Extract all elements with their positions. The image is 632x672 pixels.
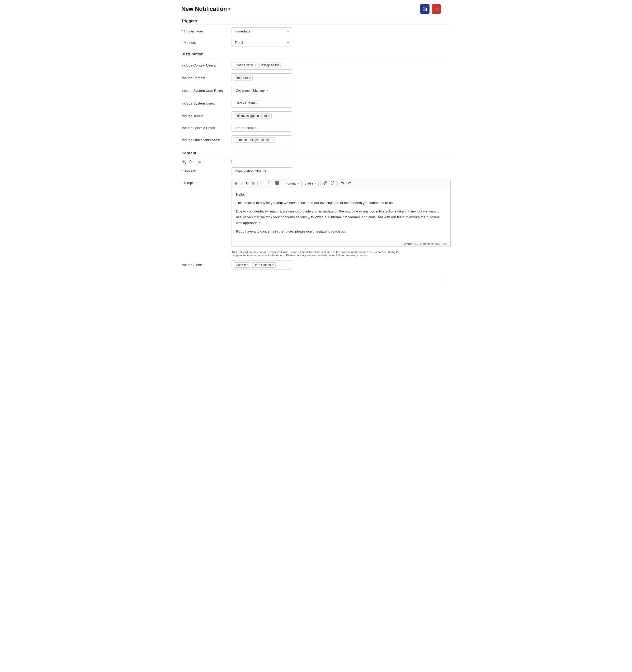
- editor-line-2: This email is to advise you that we have…: [236, 200, 446, 206]
- underline-button[interactable]: U: [245, 181, 250, 186]
- system-roles-input[interactable]: Department Manager ×: [232, 86, 292, 95]
- trigger-type-select[interactable]: Immediate Scheduled Event-based: [232, 27, 292, 35]
- tag-derek-greene: Derek Greene ×: [234, 100, 260, 106]
- context-email-input[interactable]: [232, 124, 292, 132]
- include-fields-row: Include Fields: Case # × Date Closed ×: [181, 261, 451, 269]
- svg-point-4: [261, 183, 261, 183]
- include-fields-input[interactable]: Case # × Date Closed ×: [232, 261, 292, 269]
- remove-derek-greene-button[interactable]: ×: [257, 102, 258, 105]
- svg-rect-8: [269, 184, 272, 184]
- method-select[interactable]: Email SMS Push Notification: [232, 39, 292, 46]
- svg-rect-2: [262, 184, 264, 184]
- context-users-row: Include Context Users: Case Owner × Assi…: [181, 61, 451, 70]
- teams-row: Include Teams: HR Investigation team ×: [181, 112, 451, 120]
- close-button[interactable]: ✕: [431, 4, 441, 14]
- toolbar-separator-1: [257, 181, 258, 186]
- parties-label: Include Parties:: [181, 76, 232, 80]
- ordered-list-button[interactable]: 1. 2. 3.: [267, 181, 273, 186]
- header-left: New Notification ▾: [181, 5, 231, 13]
- link-button[interactable]: [322, 181, 328, 186]
- content-section: Content High Priority: * Subject: * Temp…: [181, 151, 451, 269]
- chevron-down-icon[interactable]: ▾: [228, 7, 231, 11]
- page-title: New Notification: [181, 5, 227, 13]
- toolbar-separator-2: [282, 181, 282, 186]
- triggers-heading: Triggers: [181, 19, 451, 25]
- trigger-type-row: * Trigger Type: Immediate Scheduled Even…: [181, 27, 451, 35]
- remove-assigned-by-button[interactable]: ×: [280, 64, 281, 67]
- tag-label: Case Owner: [236, 63, 253, 67]
- table-button[interactable]: [274, 181, 280, 186]
- bold-button[interactable]: B: [234, 181, 239, 186]
- italic-button[interactable]: I: [240, 181, 244, 186]
- undo-button[interactable]: [339, 181, 346, 186]
- remove-dept-manager-button[interactable]: ×: [267, 89, 268, 92]
- notice-row: This notification may contain sensitive …: [181, 249, 451, 257]
- more-options-button[interactable]: ⋮: [443, 5, 451, 13]
- other-addresses-label: Include Other Addresses:: [181, 138, 232, 142]
- tag-label: Case #: [236, 263, 246, 267]
- unlink-icon: [331, 181, 334, 185]
- remove-case-number-button[interactable]: ×: [247, 263, 249, 266]
- tag-label: HR Investigation team: [236, 114, 267, 118]
- tag-label: Date Closed: [253, 263, 271, 267]
- tag-hr-investigation-team: HR Investigation team ×: [234, 113, 272, 119]
- tag-case-number: Case # ×: [234, 262, 250, 268]
- more-icon-bottom: ⋮: [444, 276, 450, 282]
- remove-date-closed-button[interactable]: ×: [272, 263, 274, 266]
- teams-label: Include Teams:: [181, 114, 232, 118]
- teams-input[interactable]: HR Investigation team ×: [232, 112, 292, 120]
- svg-rect-6: [269, 182, 272, 182]
- trigger-type-label: * Trigger Type:: [181, 29, 232, 33]
- more-icon: ⋮: [444, 6, 450, 12]
- context-email-label: Include Context Email:: [181, 126, 232, 130]
- parties-input[interactable]: Reporter ×: [232, 73, 292, 82]
- editor-footer: Words: 85, Characters: 497/10000: [232, 241, 450, 246]
- notice-text: This notification may contain sensitive …: [232, 250, 406, 257]
- strikethrough-button[interactable]: S: [251, 181, 256, 186]
- tag-dept-manager: Department Manager ×: [234, 88, 270, 93]
- triggers-section: Triggers * Trigger Type: Immediate Sched…: [181, 19, 451, 46]
- tag-label: Derek Greene: [236, 101, 256, 105]
- editor-content[interactable]: Hello, This email is to advise you that …: [232, 188, 450, 241]
- header-actions: ✕ ⋮: [420, 4, 451, 14]
- styles-select[interactable]: Styles: [303, 181, 319, 186]
- context-users-label: Include Context Users:: [181, 63, 232, 67]
- save-button[interactable]: [420, 4, 429, 14]
- unordered-list-button[interactable]: [259, 181, 265, 186]
- method-label: * Method:: [181, 41, 232, 45]
- system-users-label: Include System Users:: [181, 101, 232, 105]
- svg-text:3.: 3.: [268, 183, 269, 185]
- redo-button[interactable]: [347, 181, 353, 186]
- content-heading: Content: [181, 151, 451, 157]
- parties-row: Include Parties: Reporter ×: [181, 73, 451, 82]
- editor-line-4: If you have any concerns in the future, …: [236, 229, 446, 234]
- system-users-row: Include System Users: Derek Greene ×: [181, 99, 451, 108]
- remove-reporter-button[interactable]: ×: [249, 76, 251, 79]
- context-email-row: Include Context Email:: [181, 124, 451, 132]
- tag-label: Department Manager: [236, 89, 265, 92]
- system-users-input[interactable]: Derek Greene ×: [232, 99, 292, 108]
- subject-input[interactable]: [232, 167, 292, 175]
- context-users-input[interactable]: Case Owner × Assigned By ×: [232, 61, 292, 70]
- unlink-button[interactable]: [329, 181, 336, 186]
- svg-rect-7: [269, 183, 272, 183]
- editor-line-1: Hello,: [236, 192, 446, 197]
- high-priority-checkbox[interactable]: [232, 160, 235, 163]
- format-select[interactable]: Format: [284, 181, 302, 186]
- tag-assigned-by: Assigned By ×: [259, 63, 283, 68]
- distribution-heading: Distribution: [181, 52, 451, 58]
- save-icon: [422, 7, 427, 11]
- page-header: New Notification ▾ ✕ ⋮: [181, 4, 451, 14]
- remove-case-owner-button[interactable]: ×: [255, 64, 256, 67]
- system-roles-label: Include System User Roles:: [181, 89, 232, 93]
- editor-line-3: Due to confidentiality reasons, we canno…: [236, 209, 446, 226]
- tag-reporter: Reporter ×: [234, 75, 253, 80]
- remove-hr-team-button[interactable]: ×: [268, 115, 270, 117]
- distribution-section: Distribution Include Context Users: Case…: [181, 52, 451, 144]
- other-addresses-input[interactable]: dominicfrank@email.com ×: [232, 136, 292, 144]
- tag-case-owner: Case Owner ×: [234, 63, 258, 68]
- remove-dominicfrank-button[interactable]: ×: [273, 139, 274, 142]
- bottom-more-button[interactable]: ⋮: [443, 275, 451, 283]
- high-priority-label: High Priority:: [181, 160, 232, 164]
- tag-date-closed: Date Closed ×: [252, 262, 275, 268]
